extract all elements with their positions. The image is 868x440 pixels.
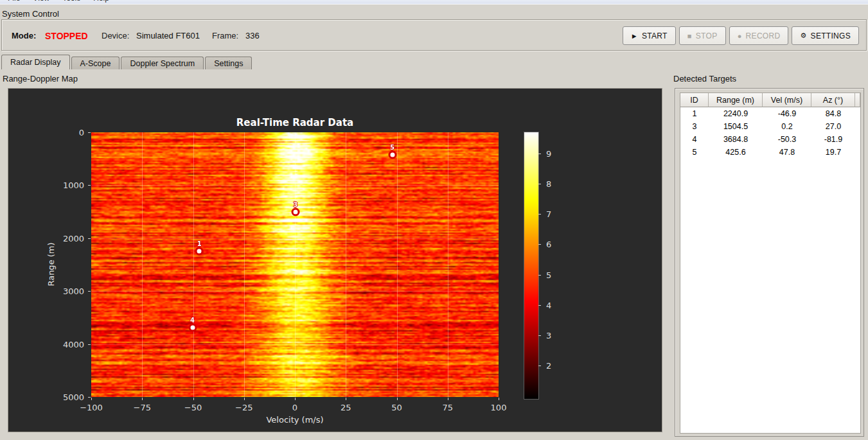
x-tick: [397, 398, 398, 400]
tab-radar-display[interactable]: Radar Display: [1, 55, 70, 69]
y-tick: [88, 132, 91, 133]
target-marker: [388, 151, 396, 159]
colorbar-tick: [538, 244, 541, 245]
range-doppler-map-label: Range-Doppler Map: [3, 74, 78, 84]
target-marker: [195, 247, 204, 255]
menu-items: FileViewToolsHelp: [1, 0, 116, 4]
mode-label: Mode:: [12, 31, 36, 40]
tab-a-scope[interactable]: A-Scope: [71, 57, 120, 69]
column-header-rangem[interactable]: Range (m): [709, 93, 763, 107]
tab-settings[interactable]: Settings: [205, 57, 252, 69]
colorbar: [524, 132, 538, 399]
target-marker: [291, 207, 299, 216]
x-tick-label: 25: [341, 403, 351, 412]
x-tick: [346, 398, 346, 400]
colorbar-tick: [538, 275, 541, 276]
y-tick-label: 5000: [8, 392, 84, 402]
record-button: ●RECORD: [729, 26, 789, 45]
x-tick-label: 100: [491, 403, 507, 412]
y-tick: [88, 291, 91, 292]
colorbar-tick: [538, 154, 541, 154]
mode-value: STOPPED: [45, 31, 88, 41]
button-label: STOP: [696, 31, 718, 40]
frame-label: Frame:: [212, 31, 238, 40]
device-value: Simulated FT601: [136, 31, 200, 40]
menu-help[interactable]: Help: [87, 0, 116, 4]
x-axis-label: Velocity (m/s): [91, 415, 499, 425]
table-body: 12240.9-46.984.831504.50.227.043684.8-50…: [680, 107, 860, 159]
table-row[interactable]: 43684.8-50.3-81.9: [680, 133, 860, 146]
cell: 5: [680, 146, 709, 159]
column-header-az[interactable]: Az (°): [811, 93, 855, 107]
menu-view[interactable]: View: [26, 0, 56, 4]
x-tick: [193, 398, 194, 400]
target-marker: [188, 323, 197, 331]
cell: -50.3: [763, 133, 811, 146]
start-button[interactable]: ►START: [623, 26, 676, 45]
colorbar-tick: [538, 365, 541, 366]
x-tick: [91, 398, 92, 400]
stop-button: ■STOP: [679, 26, 726, 45]
x-tick-label: −50: [184, 403, 202, 412]
table-row[interactable]: 31504.50.227.0: [680, 120, 860, 133]
button-label: START: [642, 31, 668, 40]
menu-file[interactable]: File: [1, 0, 26, 4]
colorbar-tick-label: 2: [546, 361, 551, 371]
system-control-label: System Control: [1, 9, 64, 19]
cell: 425.6: [709, 146, 763, 159]
cell: 27.0: [811, 120, 855, 133]
plot-title: Real-Time Radar Data: [91, 117, 499, 128]
toolbar: ►START■STOP●RECORD⚙SETTINGS: [623, 26, 859, 45]
column-header-id[interactable]: ID: [680, 93, 709, 107]
detected-targets-label: Detected Targets: [673, 74, 736, 84]
settings-button[interactable]: ⚙SETTINGS: [792, 26, 859, 45]
cell: 84.8: [811, 107, 855, 120]
table-row[interactable]: 12240.9-46.984.8: [680, 107, 860, 120]
x-tick: [142, 398, 143, 400]
tab-doppler-spectrum[interactable]: Doppler Spectrum: [121, 57, 204, 69]
detected-targets-panel: IDRange (m)Vel (m/s)Az (°) 12240.9-46.98…: [675, 88, 864, 437]
y-tick: [88, 185, 91, 186]
x-tick-label: 50: [391, 403, 402, 412]
colorbar-tick: [538, 305, 541, 306]
colorbar-tick-label: 6: [546, 240, 551, 249]
column-header-velms[interactable]: Vel (m/s): [763, 93, 811, 107]
x-tick-label: −25: [235, 403, 252, 412]
y-tick-label: 4000: [8, 339, 84, 349]
target-marker-label: 5: [390, 144, 394, 151]
app-window: FileViewToolsHelp System Control Mode: S…: [0, 0, 868, 440]
detected-targets-table: IDRange (m)Vel (m/s)Az (°) 12240.9-46.98…: [680, 92, 861, 434]
x-tick-label: −75: [134, 403, 151, 412]
record-icon: ●: [738, 32, 742, 40]
y-tick-label: 1000: [8, 180, 84, 190]
colorbar-tick: [538, 335, 541, 336]
y-tick: [88, 344, 91, 345]
play-icon: ►: [631, 32, 638, 40]
target-marker-label: 4: [190, 317, 195, 324]
x-tick-label: −100: [80, 403, 103, 412]
y-tick: [88, 397, 91, 398]
cell: -46.9: [763, 107, 811, 120]
y-tick: [88, 238, 91, 239]
menu-bar: FileViewToolsHelp: [0, 0, 868, 4]
column-header-filler: [855, 93, 860, 107]
y-tick-label: 2000: [8, 233, 84, 243]
cell: 4: [680, 133, 709, 146]
menu-tools[interactable]: Tools: [56, 0, 87, 4]
cell: 0.2: [763, 120, 811, 133]
colorbar-tick-label: 9: [546, 149, 551, 159]
frame-value: 336: [245, 31, 260, 40]
button-label: SETTINGS: [811, 31, 851, 40]
range-doppler-plot-panel: Real-Time Radar Data Velocity (m/s) Rang…: [8, 88, 662, 432]
table-row[interactable]: 5425.647.819.7: [680, 146, 860, 159]
x-tick-label: 0: [292, 403, 297, 412]
x-tick: [448, 398, 448, 400]
cell: -81.9: [811, 133, 855, 146]
colorbar-tick-label: 5: [546, 270, 551, 279]
colorbar-tick-label: 4: [546, 300, 551, 310]
cell: 1: [680, 107, 709, 120]
stop-icon: ■: [687, 32, 692, 40]
x-tick: [295, 398, 296, 400]
cell: 19.7: [811, 146, 855, 159]
x-tick: [499, 398, 499, 400]
